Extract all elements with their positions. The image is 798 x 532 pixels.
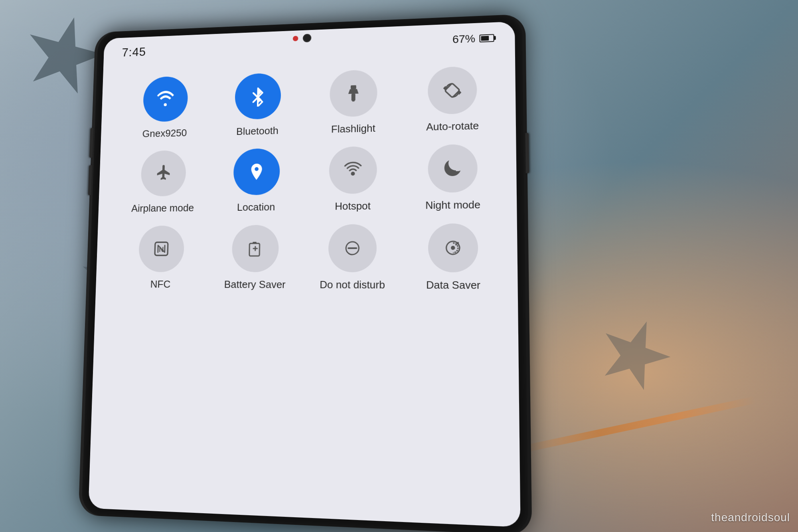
hotspot-icon-circle[interactable] xyxy=(329,146,377,194)
night-mode-icon-circle[interactable] xyxy=(428,144,478,193)
tile-location[interactable]: Location xyxy=(213,148,301,214)
power-button[interactable] xyxy=(525,133,529,173)
front-camera xyxy=(303,34,312,43)
indicator-light xyxy=(293,36,298,42)
airplane-label: Airplane mode xyxy=(131,202,194,215)
nfc-icon-circle[interactable]: N xyxy=(138,225,184,272)
battery-percentage: 67% xyxy=(452,32,476,45)
flashlight-icon xyxy=(343,83,364,104)
notch xyxy=(293,30,312,43)
nfc-icon: N xyxy=(151,239,172,259)
airplane-icon xyxy=(153,163,174,184)
auto-rotate-icon-circle[interactable] xyxy=(428,66,477,115)
svg-rect-2 xyxy=(351,85,356,89)
phone: 7:45 67% xyxy=(81,14,529,532)
data-saver-icon-circle[interactable] xyxy=(428,223,478,273)
quick-settings-panel: Gnex9250 Bluetooth xyxy=(95,53,518,305)
hotspot-icon xyxy=(342,159,363,181)
battery-saver-label: Battery Saver xyxy=(224,279,285,291)
battery-icon xyxy=(479,34,494,42)
svg-point-6 xyxy=(351,172,355,176)
wifi-icon-circle[interactable] xyxy=(143,76,188,122)
wifi-label: Gnex9250 xyxy=(142,127,187,140)
dnd-icon-circle[interactable] xyxy=(328,224,377,273)
wifi-icon xyxy=(155,89,176,109)
status-time: 7:45 xyxy=(122,45,146,59)
night-mode-label: Night mode xyxy=(425,199,480,212)
data-saver-icon xyxy=(442,237,464,259)
dnd-label: Do not disturb xyxy=(320,279,385,291)
tile-bluetooth[interactable]: Bluetooth xyxy=(214,72,302,138)
tile-dnd[interactable]: Do not disturb xyxy=(307,224,398,291)
tile-hotspot[interactable]: Hotspot xyxy=(308,146,398,213)
auto-rotate-label: Auto-rotate xyxy=(426,120,479,133)
location-label: Location xyxy=(237,201,275,214)
battery-saver-icon-circle[interactable] xyxy=(231,225,279,273)
tile-night-mode[interactable]: Night mode xyxy=(406,144,500,212)
tile-flashlight[interactable]: Flashlight xyxy=(309,69,399,136)
svg-rect-4 xyxy=(352,100,355,101)
bluetooth-icon xyxy=(247,86,269,107)
watermark: theandroidsoul xyxy=(711,511,790,524)
tile-wifi[interactable]: Gnex9250 xyxy=(123,75,208,140)
battery-saver-icon xyxy=(245,238,266,259)
phone-screen: 7:45 67% xyxy=(88,22,520,527)
svg-rect-10 xyxy=(253,242,257,244)
data-saver-label: Data Saver xyxy=(426,279,480,292)
location-icon-circle[interactable] xyxy=(233,148,280,195)
quick-settings-grid: Gnex9250 Bluetooth xyxy=(118,65,501,292)
night-mode-icon xyxy=(441,158,464,180)
tile-auto-rotate[interactable]: Auto-rotate xyxy=(407,65,500,134)
tile-airplane[interactable]: Airplane mode xyxy=(120,150,206,215)
svg-rect-3 xyxy=(352,94,356,101)
nfc-label: NFC xyxy=(150,279,170,291)
dnd-icon xyxy=(342,237,363,259)
hotspot-label: Hotspot xyxy=(335,200,371,213)
phone-body: 7:45 67% xyxy=(81,14,529,532)
auto-rotate-icon xyxy=(441,79,464,101)
battery-fill xyxy=(481,36,489,41)
tile-nfc[interactable]: N NFC xyxy=(118,225,205,291)
status-right: 67% xyxy=(452,32,494,45)
tile-data-saver[interactable]: Data Saver xyxy=(406,223,501,292)
location-icon xyxy=(246,161,267,182)
svg-point-16 xyxy=(451,246,455,250)
flashlight-label: Flashlight xyxy=(331,122,375,135)
airplane-icon-circle[interactable] xyxy=(140,150,186,196)
bluetooth-label: Bluetooth xyxy=(236,125,279,137)
bluetooth-icon-circle[interactable] xyxy=(235,73,281,120)
flashlight-icon-circle[interactable] xyxy=(330,69,377,117)
svg-rect-9 xyxy=(249,243,260,256)
tile-battery-saver[interactable]: Battery Saver xyxy=(211,225,300,291)
